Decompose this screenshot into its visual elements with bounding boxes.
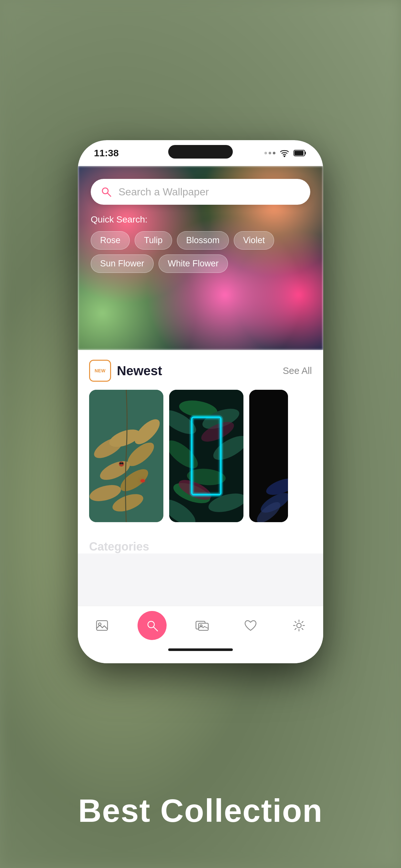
quick-search-section: Quick Search: Rose Tulip Blossom Violet …: [91, 214, 310, 273]
phone-frame: 11:38: [78, 140, 323, 663]
bottom-tagline: Best Collection: [0, 792, 401, 829]
tab-favorites[interactable]: [238, 613, 264, 639]
tag-whiteflower[interactable]: White Flower: [158, 254, 228, 273]
status-time: 11:38: [94, 148, 119, 159]
tag-violet[interactable]: Violet: [234, 231, 274, 250]
settings-icon: [292, 619, 306, 632]
categories-peek: Categories: [78, 532, 323, 554]
svg-rect-17: [89, 390, 163, 522]
status-bar: 11:38: [78, 140, 323, 166]
svg-rect-2: [295, 151, 304, 155]
svg-point-38: [148, 621, 154, 628]
main-content: NEW Newest See All: [78, 350, 323, 606]
tab-settings[interactable]: [286, 613, 312, 639]
tag-tulip[interactable]: Tulip: [135, 231, 172, 250]
tag-blossom[interactable]: Blossom: [177, 231, 229, 250]
quick-tags-row: Rose Tulip Blossom Violet Sun Flower Whi…: [91, 231, 310, 273]
svg-point-0: [284, 156, 285, 157]
categories-title: Categories: [89, 540, 312, 554]
svg-line-4: [107, 193, 111, 196]
see-all-button[interactable]: See All: [283, 366, 312, 376]
tab-bar: [78, 606, 323, 645]
wifi-icon: [279, 149, 289, 158]
search-bar[interactable]: Search a Wallpaper: [91, 179, 310, 205]
new-badge: NEW: [89, 360, 111, 382]
status-icons: [265, 149, 307, 158]
search-placeholder-text: Search a Wallpaper: [119, 186, 209, 198]
heart-icon: [244, 619, 257, 632]
dynamic-island: [168, 145, 233, 159]
svg-rect-36: [96, 621, 107, 630]
tag-rose[interactable]: Rose: [91, 231, 130, 250]
image-icon: [95, 619, 109, 632]
wallpaper-1-art: [89, 390, 163, 522]
newest-title: Newest: [117, 364, 162, 378]
home-indicator: [168, 648, 233, 651]
tag-sunflower[interactable]: Sun Flower: [91, 254, 154, 273]
wallpaper-3-art: [249, 390, 288, 522]
search-icon: [100, 186, 112, 197]
battery-icon: [294, 149, 307, 157]
wallpaper-card-1[interactable]: [89, 390, 163, 522]
quick-search-label: Quick Search:: [91, 214, 310, 225]
tab-home[interactable]: [89, 613, 115, 639]
wallpaper-scroll: [78, 390, 323, 532]
wallpaper-2-art: [169, 390, 243, 522]
tab-gallery[interactable]: [189, 613, 215, 639]
phone-screen: Search a Wallpaper Quick Search: Rose Tu…: [78, 166, 323, 663]
wallpaper-card-3[interactable]: [249, 390, 288, 522]
svg-point-43: [297, 623, 301, 628]
wallpaper-card-2[interactable]: [169, 390, 243, 522]
gallery-icon: [195, 619, 209, 632]
section-title-group: NEW Newest: [89, 360, 162, 382]
search-tab-icon: [145, 619, 159, 632]
newest-section-header: NEW Newest See All: [78, 350, 323, 390]
svg-line-39: [154, 627, 158, 631]
hero-section: Search a Wallpaper Quick Search: Rose Tu…: [78, 166, 323, 350]
tab-search[interactable]: [137, 611, 166, 640]
signal-dots: [265, 152, 275, 154]
